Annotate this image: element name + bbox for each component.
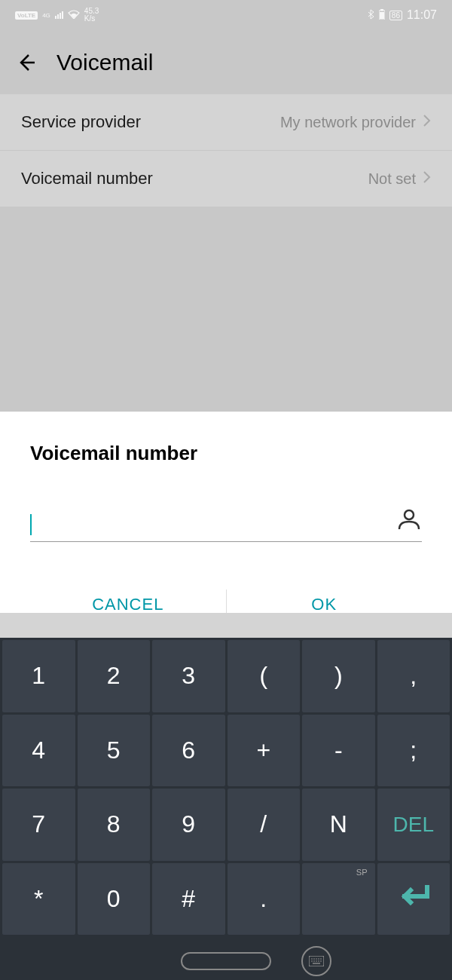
key-space[interactable]: SP (302, 863, 375, 936)
battery-percent: 86 (389, 11, 402, 20)
wifi-icon (68, 10, 80, 21)
key-4[interactable]: 4 (2, 715, 75, 787)
chevron-right-icon (422, 170, 431, 188)
key-period[interactable]: . (228, 863, 301, 936)
key-grid: 1 2 3 ( ) , 4 5 6 + - ; 7 8 9 / N DEL * … (0, 638, 452, 935)
status-bar: VoLTE 4G 45.3K/s 86 11:07 (0, 0, 452, 30)
input-row (30, 507, 422, 542)
key-hash[interactable]: # (152, 863, 225, 936)
row-label: Voicemail number (21, 169, 153, 188)
key-7[interactable]: 7 (2, 789, 75, 861)
back-button[interactable] (15, 51, 38, 74)
key-3[interactable]: 3 (152, 640, 225, 712)
key-9[interactable]: 9 (152, 789, 225, 861)
key-5[interactable]: 5 (78, 715, 151, 787)
row-value: My network provider (280, 114, 431, 131)
home-button[interactable] (181, 952, 271, 970)
settings-list: Service provider My network provider Voi… (0, 94, 452, 207)
svg-rect-2 (380, 12, 384, 19)
key-minus[interactable]: - (302, 715, 375, 787)
enter-icon (397, 884, 430, 913)
ime-switch-button[interactable] (301, 946, 331, 976)
key-n[interactable]: N (302, 789, 375, 861)
spacer (0, 613, 452, 638)
bluetooth-icon (367, 9, 374, 22)
svg-point-4 (405, 510, 414, 519)
key-asterisk[interactable]: * (2, 863, 75, 936)
key-delete[interactable]: DEL (377, 789, 450, 861)
key-paren-open[interactable]: ( (228, 640, 301, 712)
key-plus[interactable]: + (228, 715, 301, 787)
contact-picker-icon[interactable] (396, 507, 422, 535)
key-enter[interactable] (377, 863, 450, 936)
key-slash[interactable]: / (228, 789, 301, 861)
keyboard: 1 2 3 ( ) , 4 5 6 + - ; 7 8 9 / N DEL * … (0, 638, 452, 980)
key-semicolon[interactable]: ; (377, 715, 450, 787)
voicemail-number-dialog: Voicemail number CANCEL OK (0, 412, 452, 631)
app-header: Voicemail (0, 30, 452, 94)
network-gen: 4G (42, 12, 50, 19)
page-title: Voicemail (56, 50, 153, 75)
service-provider-row[interactable]: Service provider My network provider (0, 94, 452, 151)
key-8[interactable]: 8 (78, 789, 151, 861)
network-speed: 45.3K/s (84, 8, 99, 23)
battery-icon (379, 9, 385, 22)
clock: 11:07 (407, 8, 437, 22)
nav-bar (0, 935, 452, 980)
volte-badge: VoLTE (15, 11, 38, 20)
key-comma[interactable]: , (377, 640, 450, 712)
row-value: Not set (368, 170, 431, 188)
signal-icon (55, 11, 63, 19)
key-1[interactable]: 1 (2, 640, 75, 712)
voicemail-number-input[interactable] (32, 513, 396, 535)
voicemail-number-row[interactable]: Voicemail number Not set (0, 151, 452, 207)
row-label: Service provider (21, 112, 141, 132)
chevron-right-icon (422, 114, 431, 131)
key-paren-close[interactable]: ) (302, 640, 375, 712)
key-0[interactable]: 0 (78, 863, 151, 936)
key-6[interactable]: 6 (152, 715, 225, 787)
key-2[interactable]: 2 (78, 640, 151, 712)
dialog-title: Voicemail number (30, 442, 422, 465)
status-right: 86 11:07 (367, 8, 437, 22)
status-left: VoLTE 4G 45.3K/s (15, 8, 99, 23)
